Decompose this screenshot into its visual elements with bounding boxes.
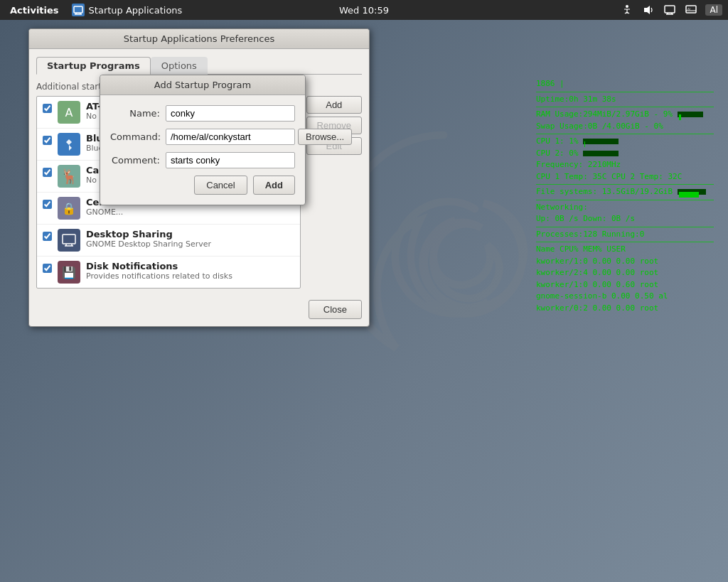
conky-uptime: Uptime:0h 31m 38s xyxy=(536,94,714,106)
volume-icon[interactable] xyxy=(641,3,655,17)
conky-filesys: File systems: 13.5GiB/19.2GiB xyxy=(536,186,714,198)
tab-options[interactable]: Options xyxy=(151,57,208,75)
topbar-right: AI Al xyxy=(620,3,722,17)
program-icon-disk-notifications: 💾 xyxy=(58,261,80,284)
topbar-appname: Startup Applications xyxy=(72,4,183,16)
program-desc-desktop-sharing: GNOME Desktop Sharing Server xyxy=(86,239,294,249)
main-dialog-title: Startup Applications Preferences xyxy=(29,29,369,49)
command-input[interactable] xyxy=(166,129,295,145)
conky-temp: CPU 1 Temp: 35C CPU 2 Temp: 32C xyxy=(536,171,714,183)
add-startup-dialog: Add Startup Program Name: Command: Brows… xyxy=(100,75,306,205)
app-title: Startup Applications xyxy=(89,5,183,16)
conky-proc1: kworker/1:0 0.00 0.00 root xyxy=(536,256,714,268)
app-icon xyxy=(72,4,85,16)
program-item-disk-notifications: 💾 Disk Notifications Provides notificati… xyxy=(37,257,300,288)
conky-swap: Swap Usage:0B /4.00GiB - 0% xyxy=(536,121,714,133)
program-desc-disk-notifications: Provides notifications related to disks xyxy=(86,271,294,281)
conky-sep-2 xyxy=(536,107,714,107)
name-label: Name: xyxy=(110,108,160,119)
conky-cpu2: CPU 2: 0% xyxy=(536,148,714,160)
conky-freq: Frequency: 2210MHz xyxy=(536,159,714,171)
svg-rect-0 xyxy=(74,6,82,13)
conky-networking: Networking: xyxy=(536,202,714,214)
close-button[interactable]: Close xyxy=(309,300,362,319)
svg-text:AI: AI xyxy=(687,7,690,11)
conky-proc2: kworker/2:4 0.00 0.00 root xyxy=(536,267,714,279)
svg-marker-5 xyxy=(644,6,650,14)
conky-display: 1886 | Uptime:0h 31m 38s RAM Usage:294Mi… xyxy=(536,78,714,314)
conky-sep-6 xyxy=(536,227,714,227)
conky-sep-3 xyxy=(536,134,714,134)
list-buttons: Add Remove Edit xyxy=(306,96,362,289)
cancel-button[interactable]: Cancel xyxy=(194,176,247,195)
comment-input[interactable] xyxy=(166,152,295,168)
name-row: Name: xyxy=(110,105,295,122)
add-button[interactable]: Add xyxy=(306,96,362,114)
name-input[interactable] xyxy=(166,105,295,122)
display-icon[interactable] xyxy=(663,3,677,17)
conky-headers: Name CPU% MEM% USER xyxy=(536,244,714,256)
tab-bar: Startup Programs Options xyxy=(36,56,362,75)
tab-startup-programs[interactable]: Startup Programs xyxy=(36,57,151,75)
program-name-desktop-sharing: Desktop Sharing xyxy=(86,229,294,239)
topbar: Activities Startup Applications Wed 10:5… xyxy=(0,0,728,20)
svg-rect-6 xyxy=(665,6,675,13)
program-icon-caribou: 🦌 xyxy=(58,165,80,188)
program-desc-cert: GNOME... xyxy=(86,208,294,217)
conky-cpu1: CPU 1: 1% xyxy=(536,136,714,148)
program-checkbox-bluetooth[interactable] xyxy=(43,136,52,145)
svg-rect-13 xyxy=(63,235,75,244)
command-label: Command: xyxy=(110,131,160,142)
svg-point-4 xyxy=(626,5,628,8)
conky-procs: Processes:128 Running:0 xyxy=(536,229,714,241)
program-name-disk-notifications: Disk Notifications xyxy=(86,261,294,271)
conky-sep-5 xyxy=(536,200,714,200)
browse-button[interactable]: Browse... xyxy=(298,129,352,145)
network-icon[interactable]: AI xyxy=(684,3,698,17)
program-icon-cert: 🔒 xyxy=(58,197,80,220)
program-icon-desktop-sharing xyxy=(58,229,80,252)
conky-proc3: kworker/1:0 0.00 0.60 root xyxy=(536,279,714,291)
conky-line-1: 1886 | xyxy=(536,78,714,90)
add-dialog-buttons: Cancel Add xyxy=(110,176,295,195)
activities-button[interactable]: Activities xyxy=(6,4,63,17)
topbar-clock: Wed 10:59 xyxy=(339,5,389,16)
add-confirm-button[interactable]: Add xyxy=(253,176,295,195)
conky-sep-1 xyxy=(536,92,714,92)
conky-sep-4 xyxy=(536,184,714,185)
user-badge[interactable]: Al xyxy=(705,4,722,16)
program-icon-atspy: A xyxy=(58,101,80,124)
program-checkbox-desktop-sharing[interactable] xyxy=(43,232,52,241)
add-dialog-content: Name: Command: Browse... Comment: Cancel… xyxy=(100,95,305,205)
conky-sep-7 xyxy=(536,242,714,242)
comment-label: Comment: xyxy=(110,155,160,166)
command-row: Command: Browse... xyxy=(110,129,295,145)
program-checkbox-caribou[interactable] xyxy=(43,168,52,177)
close-btn-row: Close xyxy=(36,296,362,319)
comment-row: Comment: xyxy=(110,152,295,168)
program-checkbox-atspy[interactable] xyxy=(43,104,52,113)
conky-ram: RAM Usage:294MiB/2.97GiB - 9% xyxy=(536,109,714,121)
topbar-left: Activities Startup Applications xyxy=(6,4,182,17)
program-checkbox-cert[interactable] xyxy=(43,200,52,209)
add-dialog-title: Add Startup Program xyxy=(100,75,305,95)
program-icon-bluetooth xyxy=(58,133,80,156)
program-checkbox-disk-notifications[interactable] xyxy=(43,264,52,273)
program-item-desktop-sharing: Desktop Sharing GNOME Desktop Sharing Se… xyxy=(37,225,300,257)
accessibility-icon[interactable] xyxy=(620,3,634,17)
conky-net: Up: 0B /s Down: 0B /s xyxy=(536,213,714,225)
conky-proc5: kworker/0:2 0.00 0.00 root xyxy=(536,303,714,315)
conky-proc4: gnome-session-b 0.00 0.50 al xyxy=(536,291,714,303)
